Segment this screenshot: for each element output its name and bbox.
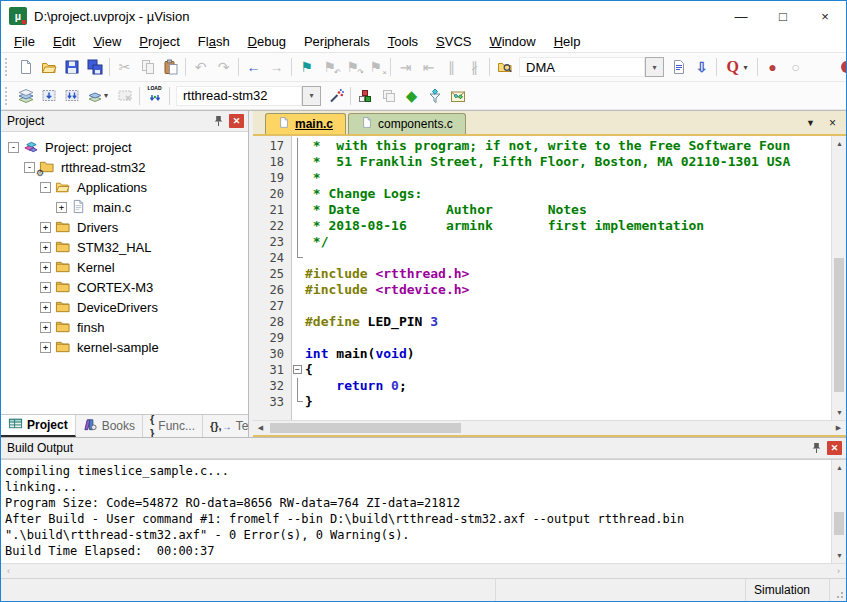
comment-icon[interactable]: ∥: [440, 56, 463, 78]
panel-tab-books[interactable]: Books: [76, 415, 143, 437]
batch-build-icon[interactable]: ▾: [83, 85, 113, 107]
open-file-icon[interactable]: [37, 56, 60, 78]
tree-expander[interactable]: +: [40, 342, 51, 353]
resize-grip[interactable]: [830, 579, 846, 601]
menu-file[interactable]: File: [5, 32, 44, 51]
rebuild-icon[interactable]: [60, 85, 83, 107]
bookmark-prev-icon[interactable]: ⚑↶: [318, 56, 341, 78]
paste-icon[interactable]: [159, 56, 182, 78]
tree-item-drivers[interactable]: +Drivers: [1, 217, 248, 237]
tree-expander[interactable]: +: [40, 302, 51, 313]
toolbar-grip[interactable]: [5, 58, 9, 76]
project-panel-close-icon[interactable]: ✕: [229, 114, 244, 128]
menu-window[interactable]: Window: [480, 32, 544, 51]
breakpoint-icon[interactable]: ●: [761, 56, 784, 78]
menu-view[interactable]: View: [84, 32, 130, 51]
options-wand-icon[interactable]: [324, 85, 347, 107]
tab-close-icon[interactable]: ×: [829, 116, 836, 130]
pack-installer-icon[interactable]: [446, 85, 469, 107]
tree-item-project-project[interactable]: -Project: project: [1, 137, 248, 157]
menu-edit[interactable]: Edit: [44, 32, 84, 51]
bookmark-icon[interactable]: ⚑: [295, 56, 318, 78]
uncomment-icon[interactable]: ∦: [463, 56, 486, 78]
tree-item-finsh[interactable]: +finsh: [1, 317, 248, 337]
scrollbar-thumb[interactable]: [834, 512, 844, 535]
menu-help[interactable]: Help: [545, 32, 590, 51]
panel-tab-func[interactable]: { }Func...: [143, 415, 203, 437]
tree-item-kernel[interactable]: +Kernel: [1, 257, 248, 277]
translate-icon[interactable]: [14, 85, 37, 107]
editor-horizontal-scrollbar[interactable]: ◀ ▶: [253, 420, 846, 435]
tree-expander[interactable]: +: [40, 282, 51, 293]
rte-icon[interactable]: ◆: [400, 85, 423, 107]
tree-expander[interactable]: +: [40, 262, 51, 273]
editor-tab-components-c[interactable]: components.c: [348, 113, 466, 134]
find-combo[interactable]: DMA ▾: [519, 57, 664, 77]
search-button[interactable]: Q ▾: [720, 56, 754, 78]
fold-margin[interactable]: −: [291, 362, 305, 378]
stop-build-icon[interactable]: [113, 85, 136, 107]
tree-expander[interactable]: -: [8, 142, 19, 153]
load-icon[interactable]: LOAD: [143, 85, 166, 107]
copy-icon[interactable]: [136, 56, 159, 78]
tree-item-stm32-hal[interactable]: +STM32_HAL: [1, 237, 248, 257]
manage-items-icon[interactable]: [354, 85, 377, 107]
menu-flash[interactable]: Flash: [189, 32, 239, 51]
outdent-icon[interactable]: ⇤: [417, 56, 440, 78]
build-output-text[interactable]: compiling timeslice_sample.c...linking..…: [1, 460, 831, 563]
pin-icon[interactable]: [809, 442, 823, 454]
save-icon[interactable]: [60, 56, 83, 78]
minimize-button[interactable]: —: [720, 1, 762, 31]
code-area[interactable]: 17 * with this program; if not, write to…: [253, 136, 831, 420]
menu-svcs[interactable]: SVCS: [427, 32, 480, 51]
find-in-files-icon[interactable]: [493, 56, 516, 78]
find-doc-icon[interactable]: [667, 56, 690, 78]
build-output-close-icon[interactable]: ✕: [827, 441, 842, 455]
toolbar-grip[interactable]: [5, 87, 9, 105]
forward-icon[interactable]: →: [265, 56, 288, 78]
back-icon[interactable]: ←: [242, 56, 265, 78]
tree-item-devicedrivers[interactable]: +DeviceDrivers: [1, 297, 248, 317]
undo-icon[interactable]: ↶: [189, 56, 212, 78]
select-packs-icon[interactable]: [423, 85, 446, 107]
close-button[interactable]: ×: [804, 1, 846, 31]
breakpoint-disabled-icon[interactable]: ○: [784, 56, 807, 78]
tab-list-dropdown-icon[interactable]: ▼: [806, 118, 815, 128]
find-combo-dropdown[interactable]: ▾: [645, 57, 664, 77]
tree-expander[interactable]: -: [40, 182, 51, 193]
tree-expander[interactable]: +: [56, 202, 67, 213]
cascade-icon[interactable]: [377, 85, 400, 107]
panel-tab-project[interactable]: Project: [1, 415, 76, 437]
editor-vertical-scrollbar[interactable]: ▲ ▼: [831, 136, 846, 420]
new-file-icon[interactable]: [14, 56, 37, 78]
tree-expander[interactable]: -: [24, 162, 35, 173]
target-combo-value[interactable]: rtthread-stm32: [176, 86, 302, 106]
pin-icon[interactable]: [211, 115, 225, 127]
tree-item-rtthread-stm32[interactable]: -⚙rtthread-stm32: [1, 157, 248, 177]
build-vertical-scrollbar[interactable]: ▲ ▼: [831, 460, 846, 563]
menu-tools[interactable]: Tools: [379, 32, 427, 51]
cut-icon[interactable]: ✂: [113, 56, 136, 78]
tree-item-kernel-sample[interactable]: +kernel-sample: [1, 337, 248, 357]
build-horizontal-scrollbar[interactable]: ‹ ›: [1, 563, 846, 578]
incremental-find-icon[interactable]: ⇩: [690, 56, 713, 78]
tree-expander[interactable]: +: [40, 222, 51, 233]
target-combo[interactable]: rtthread-stm32 ▾: [176, 86, 321, 106]
build-icon[interactable]: [37, 85, 60, 107]
target-combo-dropdown[interactable]: ▾: [302, 86, 321, 106]
find-combo-value[interactable]: DMA: [519, 57, 645, 77]
menu-debug[interactable]: Debug: [239, 32, 295, 51]
tree-item-cortex-m3[interactable]: +CORTEX-M3: [1, 277, 248, 297]
tree-expander[interactable]: +: [40, 322, 51, 333]
scrollbar-thumb[interactable]: [270, 423, 461, 433]
indent-icon[interactable]: ⇥: [394, 56, 417, 78]
maximize-button[interactable]: □: [762, 1, 804, 31]
bookmark-next-icon[interactable]: ⚑↷: [341, 56, 364, 78]
tree-item-main-c[interactable]: +main.c: [1, 197, 248, 217]
scrollbar-thumb[interactable]: [834, 258, 844, 393]
menu-project[interactable]: Project: [130, 32, 188, 51]
save-all-icon[interactable]: [83, 56, 106, 78]
menu-peripherals[interactable]: Peripherals: [295, 32, 379, 51]
tree-item-applications[interactable]: -Applications: [1, 177, 248, 197]
tree-expander[interactable]: +: [40, 242, 51, 253]
